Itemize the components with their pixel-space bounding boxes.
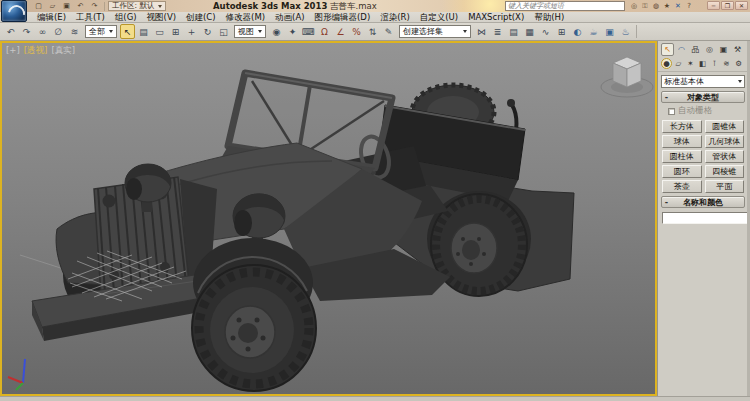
menu-item[interactable]: 帮助(H) <box>529 12 569 22</box>
tool-align[interactable]: ≣ <box>490 24 505 39</box>
menu-item[interactable]: 自定义(U) <box>415 12 463 22</box>
selection-filter-dropdown[interactable]: 全部 <box>85 25 117 38</box>
tool-mirror[interactable]: ⋈ <box>474 24 489 39</box>
infocenter-favorites[interactable]: ★ <box>662 1 672 11</box>
tool-render-production[interactable]: ♨ <box>618 24 633 39</box>
viewport-canvas <box>2 43 655 394</box>
tool-redo[interactable]: ↷ <box>19 24 34 39</box>
autogrid-checkbox[interactable] <box>668 108 675 115</box>
category-shapes[interactable]: ▱ <box>673 58 684 69</box>
primitive-button[interactable]: 管状体 <box>705 150 745 163</box>
category-cameras[interactable]: ◧ <box>697 58 708 69</box>
tool-curve-editor[interactable]: ∿ <box>538 24 553 39</box>
tool-graphite-ribbon-toggle[interactable]: ▦ <box>522 24 537 39</box>
category-helpers[interactable]: ⊺ <box>709 58 720 69</box>
tool-select-and-manipulate[interactable]: ✦ <box>285 24 300 39</box>
menu-item[interactable]: MAXScript(X) <box>463 12 529 22</box>
tool-render-setup[interactable]: ☕ <box>586 24 601 39</box>
tool-keyboard-shortcut-override[interactable]: ⌨ <box>301 24 316 39</box>
window-close[interactable]: ✕ <box>735 1 748 10</box>
tool-select-and-rotate[interactable]: ↻ <box>200 24 215 39</box>
menu-item[interactable]: 创建(C) <box>181 12 221 22</box>
application-menu-button[interactable] <box>1 0 27 22</box>
tool-select-object[interactable]: ↖ <box>120 24 135 39</box>
menu-item[interactable]: 动画(A) <box>270 12 309 22</box>
primitive-button[interactable]: 圆环 <box>662 165 702 178</box>
workspace-selector[interactable]: 工作区: 默认 <box>108 1 166 11</box>
window-restore[interactable]: ❐ <box>721 1 734 10</box>
tool-angle-snap-toggle[interactable]: ∠ <box>333 24 348 39</box>
menu-item[interactable]: 渲染(R) <box>375 12 415 22</box>
primitive-button[interactable]: 长方体 <box>662 120 702 133</box>
tool-layer-manager[interactable]: ▤ <box>506 24 521 39</box>
tab-motion[interactable]: ◎ <box>703 43 716 56</box>
infocenter-communication-center[interactable]: ◍ <box>651 1 661 11</box>
primitive-subcategory-dropdown[interactable]: 标准基本体 <box>661 75 745 88</box>
primitive-button[interactable]: 四棱锥 <box>705 165 745 178</box>
viewcube[interactable] <box>601 57 653 97</box>
viewport-pov-menu[interactable]: [透视] <box>24 45 48 57</box>
infocenter-exchange-apps[interactable]: ✕ <box>673 1 683 11</box>
qat-new-scene[interactable]: ▢ <box>32 1 45 11</box>
window-minimize[interactable]: ─ <box>707 1 720 10</box>
qat-open-file[interactable]: ▱ <box>46 1 59 11</box>
named-selection-sets-dropdown[interactable]: 创建选择集 <box>399 25 471 38</box>
tool-use-pivot-point-center[interactable]: ◉ <box>269 24 284 39</box>
tool-select-by-name[interactable]: ▤ <box>136 24 151 39</box>
category-systems[interactable]: ⚙ <box>733 58 744 69</box>
infocenter-search <box>505 1 625 11</box>
primitive-button[interactable]: 圆锥体 <box>705 120 745 133</box>
search-input[interactable] <box>505 1 625 11</box>
viewport-general-menu[interactable]: [+] <box>6 45 20 57</box>
tool-snap-toggle-3d[interactable]: Ω <box>317 24 332 39</box>
qat-undo[interactable]: ↶ <box>74 1 87 11</box>
autogrid-row: 自动栅格 <box>658 103 747 118</box>
tool-select-and-link[interactable]: ∞ <box>35 24 50 39</box>
tool-rendered-frame-window[interactable]: ▣ <box>602 24 617 39</box>
tab-display[interactable]: ▣ <box>717 43 730 56</box>
perspective-viewport[interactable]: [+] [透视] [真实] <box>0 41 657 396</box>
rollout-object-type[interactable]: - 对象类型 <box>661 91 745 103</box>
tab-hierarchy[interactable]: 品 <box>689 43 702 56</box>
tab-modify[interactable]: ◠ <box>675 43 688 56</box>
primitive-button[interactable]: 茶壶 <box>662 180 702 193</box>
tool-unlink-selection[interactable]: ∅ <box>51 24 66 39</box>
menu-item[interactable]: 修改器(M) <box>221 12 270 22</box>
infocenter-help[interactable]: ? <box>684 1 694 11</box>
object-name-input[interactable] <box>662 212 750 224</box>
infocenter-search[interactable]: ◎ <box>629 1 639 11</box>
category-geometry[interactable]: ● <box>661 58 672 69</box>
infocenter-subscription-key[interactable]: ⚿ <box>640 1 650 11</box>
tool-schematic-view[interactable]: ⊞ <box>554 24 569 39</box>
tool-edit-named-selection-sets[interactable]: ✎ <box>381 24 396 39</box>
tool-undo[interactable]: ↶ <box>3 24 18 39</box>
tool-percent-snap-toggle[interactable]: % <box>349 24 364 39</box>
jeep-model[interactable] <box>32 73 574 391</box>
primitive-button[interactable]: 平面 <box>705 180 745 193</box>
primitive-button[interactable]: 几何球体 <box>705 135 745 148</box>
viewport-shading-menu[interactable]: [真实] <box>51 45 75 57</box>
primitive-button[interactable]: 圆柱体 <box>662 150 702 163</box>
menu-item[interactable]: 图形编辑器(D) <box>310 12 376 22</box>
primitive-button[interactable]: 球体 <box>662 135 702 148</box>
tab-utilities[interactable]: ⚒ <box>731 43 744 56</box>
menu-item[interactable]: 工具(T) <box>71 12 110 22</box>
menu-item[interactable]: 组(G) <box>110 12 142 22</box>
tool-spinner-snap-toggle[interactable]: ⇅ <box>365 24 380 39</box>
category-lights[interactable]: ✶ <box>685 58 696 69</box>
rollout-name-color[interactable]: - 名称和颜色 <box>661 196 745 208</box>
qat-save-file[interactable]: ▣ <box>60 1 73 11</box>
tool-window-crossing-toggle[interactable]: ⊞ <box>168 24 183 39</box>
tool-material-editor[interactable]: ◐ <box>570 24 585 39</box>
tool-select-and-move[interactable]: + <box>184 24 199 39</box>
tool-bind-to-space-warp[interactable]: ≋ <box>67 24 82 39</box>
reference-coordinate-dropdown[interactable]: 视图 <box>234 25 266 38</box>
qat-redo[interactable]: ↷ <box>88 1 101 11</box>
menu-item[interactable]: 编辑(E) <box>32 12 71 22</box>
tool-rectangular-selection-region[interactable]: ▭ <box>152 24 167 39</box>
workspace: [+] [透视] [真实] <box>0 41 750 396</box>
tab-create[interactable]: ↖ <box>661 43 674 56</box>
menu-item[interactable]: 视图(V) <box>142 12 181 22</box>
category-space-warps[interactable]: ≋ <box>721 58 732 69</box>
tool-select-and-scale[interactable]: ◱ <box>216 24 231 39</box>
